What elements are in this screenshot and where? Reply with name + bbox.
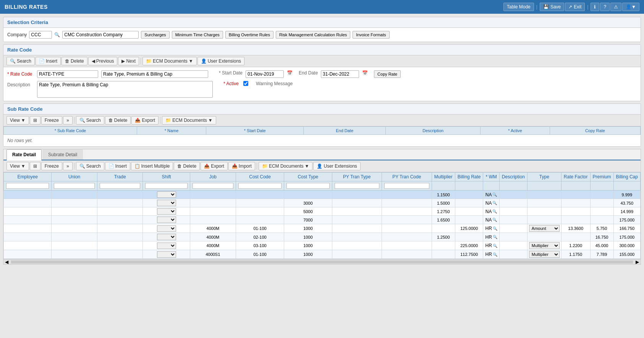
rd-expand-button[interactable]: »	[63, 162, 73, 170]
rc-delete-button[interactable]: 🗑 Delete	[61, 57, 87, 65]
filter-cost-type-input[interactable]	[286, 183, 329, 189]
delete-icon-src: 🗑	[108, 118, 113, 123]
prev-icon-rc: ◀	[92, 58, 95, 64]
table-row[interactable]: 30001.5000NA🔍43.750	[4, 199, 641, 207]
rd-delete-button[interactable]: 🗑 Delete	[174, 162, 200, 170]
rd-view-button[interactable]: View ▼	[6, 162, 29, 170]
filter-shift-input[interactable]	[145, 183, 187, 189]
filter-employee-input[interactable]	[6, 183, 49, 189]
src-detach-button[interactable]: ⊞	[30, 116, 40, 125]
bottom-scrollbar[interactable]: ◀ ▶	[3, 259, 641, 264]
shift-select[interactable]	[157, 234, 176, 240]
table-row[interactable]: 4000S101-1001000112.7500HR🔍MultiplierAmo…	[4, 250, 641, 259]
wm-search-icon[interactable]: 🔍	[492, 192, 497, 197]
active-checkbox[interactable]	[243, 81, 248, 86]
src-delete-button[interactable]: 🗑 Delete	[105, 116, 131, 125]
filter-union-input[interactable]	[54, 183, 95, 189]
end-date-cal-icon[interactable]: 📅	[362, 70, 368, 76]
filter-job-input[interactable]	[193, 183, 233, 189]
rd-insert-button[interactable]: 📄 Insert	[105, 162, 130, 170]
rd-user-ext-button[interactable]: 👤 User Extensions	[313, 162, 360, 170]
table-row[interactable]: 1.1500NA🔍9.999	[4, 191, 641, 199]
end-date-input[interactable]	[321, 70, 359, 78]
wm-search-icon[interactable]: 🔍	[492, 218, 497, 222]
filter-cost-code-input[interactable]	[238, 183, 282, 189]
save-button[interactable]: 💾 Save	[540, 3, 564, 11]
rd-view-chevron-icon: ▼	[21, 163, 26, 169]
rate-code-desc-input[interactable]	[101, 70, 208, 78]
rate-code-input[interactable]	[37, 70, 98, 78]
start-date-cal-icon[interactable]: 📅	[287, 70, 293, 76]
scroll-right-btn[interactable]: ▶	[634, 259, 641, 265]
src-ecm-button[interactable]: 📁 ECM Documents ▼	[162, 116, 216, 125]
type-select[interactable]: AmountMultiplierFixed	[529, 225, 560, 232]
rc-insert-button[interactable]: 📄 Insert	[36, 57, 61, 65]
copy-rate-button-rc[interactable]: Copy Rate	[374, 70, 401, 78]
rd-ecm-button[interactable]: 📁 ECM Documents ▼	[259, 162, 313, 170]
help-button[interactable]: ?	[600, 3, 610, 11]
shift-select[interactable]	[157, 191, 176, 198]
table-row[interactable]: 4000M03-1001000225.0000HR🔍MultiplierAmou…	[4, 241, 641, 250]
info-button[interactable]: ℹ	[591, 3, 599, 11]
wm-search-icon[interactable]: 🔍	[493, 244, 497, 248]
rate-detail-table-wrapper[interactable]: Employee Union Trade Shift Job Cost Code…	[3, 172, 641, 259]
company-code-input[interactable]	[29, 31, 52, 39]
wm-search-icon[interactable]: 🔍	[492, 209, 497, 213]
scroll-left-btn[interactable]: ◀	[3, 259, 10, 265]
view-chevron-icon: ▼	[21, 118, 26, 123]
table-row[interactable]: 50001.2750NA🔍14.999	[4, 207, 641, 216]
rd-freeze-button[interactable]: Freeze	[41, 162, 62, 170]
src-view-button[interactable]: View ▼	[6, 116, 29, 125]
user-button[interactable]: 👤▼	[622, 3, 639, 11]
billing-overtime-rules-button[interactable]: Billing Overtime Rules	[225, 31, 273, 39]
rd-insert-multiple-button[interactable]: 📋 Insert Multiple	[131, 162, 173, 170]
src-freeze-button[interactable]: Freeze	[41, 116, 62, 125]
risk-management-button[interactable]: Risk Management Calculation Rules	[276, 31, 350, 39]
company-name-input[interactable]	[62, 31, 139, 39]
wm-search-icon[interactable]: 🔍	[493, 235, 497, 239]
search-icon[interactable]: 🔍	[54, 32, 60, 37]
filter-py-tran-code-input[interactable]	[384, 183, 429, 189]
warn-button[interactable]: ⚠	[610, 3, 621, 11]
rc-search-button[interactable]: 🔍 Search	[6, 57, 35, 65]
type-select[interactable]: MultiplierAmountFixed	[529, 242, 560, 249]
src-search-button[interactable]: 🔍 Search	[76, 116, 104, 125]
shift-select[interactable]	[157, 243, 176, 249]
shift-select[interactable]	[157, 200, 176, 206]
rate-code-form: * Rate Code * Start Date 📅 End Date 📅 Co…	[3, 67, 641, 101]
rd-detach-button[interactable]: ⊞	[30, 162, 40, 170]
wm-search-icon[interactable]: 🔍	[492, 201, 497, 205]
filter-py-tran-code	[382, 181, 432, 191]
filter-py-tran-type-input[interactable]	[335, 183, 379, 189]
type-select[interactable]: MultiplierAmountFixed	[529, 251, 560, 258]
exit-button[interactable]: ↗ Exit	[565, 3, 585, 11]
col-hdr-shift: Shift	[143, 173, 190, 181]
rc-user-ext-button[interactable]: 👤 User Extensions	[197, 57, 244, 65]
src-expand-button[interactable]: »	[63, 116, 73, 125]
rd-search-button[interactable]: 🔍 Search	[76, 162, 104, 170]
table-row[interactable]: 4000M01-1001000125.0000HR🔍AmountMultipli…	[4, 224, 641, 233]
rc-ecm-button[interactable]: 📁 ECM Documents ▼	[142, 57, 197, 65]
invoice-formats-button[interactable]: Invoice Formats	[353, 31, 389, 39]
rd-export-button[interactable]: 📤 Export	[201, 162, 228, 170]
rc-previous-button[interactable]: ◀ Previous	[88, 57, 118, 65]
shift-select[interactable]	[157, 251, 176, 258]
wm-search-icon[interactable]: 🔍	[493, 226, 497, 231]
start-date-input[interactable]	[246, 70, 284, 78]
src-export-button[interactable]: 📤 Export	[131, 116, 159, 125]
shift-select[interactable]	[157, 225, 176, 232]
surcharges-button[interactable]: Surcharges	[141, 31, 169, 39]
filter-trade-input[interactable]	[100, 183, 140, 189]
wm-search-icon[interactable]: 🔍	[493, 252, 497, 257]
table-row[interactable]: 4000M02-10010001.2500HR🔍16.750175.000	[4, 233, 641, 241]
description-textarea[interactable]: Rate Type, Premium & Billing Cap	[37, 81, 213, 98]
tab-subrate-detail[interactable]: Subrate Detail	[42, 149, 83, 160]
tab-rate-detail[interactable]: Rate Detail	[6, 149, 42, 160]
table-row[interactable]: 70001.6500NA🔍175.000	[4, 216, 641, 224]
shift-select[interactable]	[157, 208, 176, 215]
minimum-time-charges-button[interactable]: Minimum Time Charges	[172, 31, 223, 39]
shift-select[interactable]	[157, 217, 176, 223]
rd-import-button[interactable]: 📥 Import	[228, 162, 255, 170]
rc-next-button[interactable]: ▶ Next	[118, 57, 139, 65]
table-mode-button[interactable]: Table Mode	[503, 3, 534, 11]
